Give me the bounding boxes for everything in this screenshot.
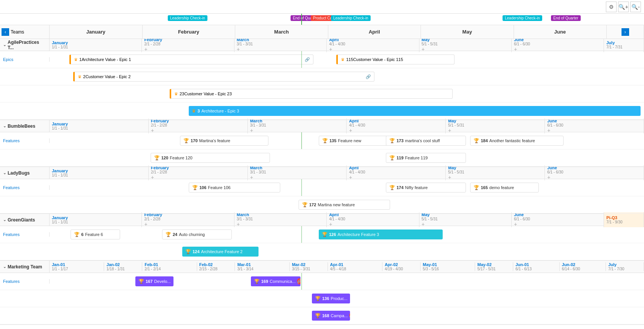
header-month-may: May: [421, 25, 514, 39]
bumblebees-months: January1/1 - 1/31 February2/1 - 2/28+ Ma…: [50, 119, 644, 133]
feat-bar-169[interactable]: 🏆 169 Communica... 🔗: [251, 276, 300, 286]
feat-bar-24[interactable]: 🏆 24 Auto churning: [162, 229, 232, 239]
zoom-out-button[interactable]: 🔍-: [630, 2, 641, 12]
epics-row-1: Epics ♛ 1 Architecture Value - Epic 1 🔗 …: [0, 51, 644, 68]
team-label-marketing: ⌄ Marketing Team: [0, 261, 50, 273]
epic-bar-115[interactable]: ♛ 115 Customer Value - Epic 115: [336, 55, 454, 64]
lb-month-feb: February2/1 - 2/28+: [149, 165, 248, 180]
epic-bar-3[interactable]: ♛ 3 Architecture - Epic 3: [189, 106, 641, 116]
epics-timeline-4: ♛ 3 Architecture - Epic 3: [50, 103, 644, 119]
chevron-down-icon[interactable]: ⌄: [3, 43, 6, 47]
bb-month-jan: January1/1 - 1/31: [50, 119, 149, 133]
trophy-24: 🏆: [165, 232, 171, 237]
bb-features-timeline-2: 🏆 120 Feature 120 🏆 119 Feature 119: [50, 149, 644, 166]
feat-bar-136[interactable]: 🏆 136 Produc...: [312, 294, 350, 303]
link-icon-168[interactable]: 🔗: [349, 313, 350, 319]
settings-button[interactable]: ⚙: [606, 2, 617, 12]
today-line-epics1: [301, 51, 302, 68]
agilepractices-month-jul: July 7/1 - 7/31: [604, 37, 644, 52]
team-header-agilepractices: ⌄ AgilePractices T... January 1/1 - 1/31…: [0, 39, 644, 51]
epics-timeline-2: ♛ 2 Customer Value - Epic 2 🔗: [50, 68, 644, 85]
lb-month-jun: June6/1 - 6/30+: [545, 165, 644, 180]
team-label-ladybugs: ⌄ LadyBugs: [0, 167, 50, 179]
feat-bar-172[interactable]: 🏆 172 Martina new feature: [299, 200, 390, 210]
epics-label: Epics: [0, 57, 50, 62]
link-icon-1[interactable]: 🔗: [305, 57, 310, 62]
trophy-184: 🏆: [474, 138, 479, 143]
nav-right-button[interactable]: ›: [622, 28, 629, 36]
epics-row-3: ♛ 23 Customer Value - Epic 23: [0, 85, 644, 103]
chevron-down-icon-gg[interactable]: ⌄: [3, 218, 6, 222]
gg-features-row-2: 🏆 124 Architecture Feature 2: [0, 243, 644, 260]
lb-month-mar: March3/1 - 3/31+: [248, 165, 347, 180]
epic-bar-1[interactable]: ♛ 1 Architecture Value - Epic 1 🔗: [69, 55, 313, 64]
crown-icon: ♛: [74, 57, 78, 62]
crown-icon-115: ♛: [341, 57, 345, 62]
feat-bar-168[interactable]: 🏆 168 Campa... 🔗: [312, 311, 350, 321]
feat-bar-126[interactable]: 🏆 126 Architecture Feature 3: [319, 229, 443, 239]
header-month-jun: June: [514, 25, 607, 39]
mkt-features-label: Features: [0, 279, 50, 284]
marker-end-of-quarter-2: End of Quarter: [551, 15, 581, 21]
feat-bar-167[interactable]: 🏆 167 Develo...: [135, 276, 173, 286]
chevron-down-icon-mkt[interactable]: ⌄: [3, 265, 6, 269]
trophy-119: 🏆: [389, 155, 395, 160]
mkt-features-timeline-2: 🏆 136 Produc...: [50, 290, 644, 307]
feat-bar-120[interactable]: 🏆 120 Feature 120: [151, 153, 270, 163]
trophy-126: 🏆: [322, 232, 328, 237]
agilepractices-month-feb: February 2/1 - 2/28 +: [142, 37, 234, 52]
trophy-169: 🏆: [254, 279, 260, 284]
feat-bar-6[interactable]: 🏆 6 Feature 6: [71, 229, 120, 239]
bb-features-label: Features: [0, 138, 50, 143]
mkt-month-mar01: Mar-013/1 - 3/14: [235, 262, 289, 271]
link-icon-169[interactable]: 🔗: [297, 278, 300, 284]
gg-month-jun: June6/1 - 6/30+: [512, 212, 604, 227]
team-header-bumblebees: ⌄ BumbleBees January1/1 - 1/31 February2…: [0, 120, 644, 132]
team-group-greengiants: ⌄ GreenGiants January1/1 - 1/31 February…: [0, 214, 644, 261]
chevron-down-icon-lb[interactable]: ⌄: [3, 171, 6, 175]
feat-bar-173[interactable]: 🏆 173 martina's cool stuff: [386, 136, 466, 146]
agilepractices-month-apr: April 4/1 - 4/30 +: [327, 37, 419, 52]
bb-month-apr: April4/1 - 4/30+: [347, 119, 446, 133]
today-line-mkt1: [301, 273, 302, 290]
mkt-month-may02: May-025/17 - 5/31: [475, 262, 513, 271]
trophy-6: 🏆: [74, 232, 80, 237]
main-area[interactable]: ‹ Teams January February March April May…: [0, 25, 644, 329]
feat-bar-165[interactable]: 🏆 165 demo feature: [470, 183, 539, 193]
team-label-bumblebees: ⌄ BumbleBees: [0, 120, 50, 132]
nav-left-button[interactable]: ‹: [2, 28, 9, 36]
link-icon-2[interactable]: 🔗: [366, 74, 371, 79]
header-label-spacer: ‹ Teams: [0, 25, 50, 39]
feat-bar-174[interactable]: 🏆 174 Nifty feature: [386, 183, 466, 193]
feat-bar-124[interactable]: 🏆 124 Architecture Feature 2: [182, 247, 259, 257]
chevron-down-icon-bb[interactable]: ⌄: [3, 124, 6, 128]
team-group-bumblebees: ⌄ BumbleBees January1/1 - 1/31 February2…: [0, 120, 644, 167]
feat-bar-170[interactable]: 🏆 170 Martina's feature: [180, 136, 268, 146]
gg-features-row-1: Features 🏆 6 Feature 6 🏆 24 Auto churnin…: [0, 226, 644, 243]
gg-month-apr: April4/1 - 4/30+: [327, 212, 419, 227]
agilepractices-month-jun: June 6/1 - 6/30 +: [512, 37, 604, 52]
mkt-month-jan02: Jan-021/18 - 1/31: [104, 262, 142, 271]
team-label-greengiants: ⌄ GreenGiants: [0, 214, 50, 226]
lb-month-may: May5/1 - 5/31+: [446, 165, 545, 180]
epic-bar-2[interactable]: ♛ 2 Customer Value - Epic 2 🔗: [73, 72, 374, 82]
bb-month-may: May5/1 - 5/31+: [446, 119, 545, 133]
mkt-features-row-2: 🏆 136 Produc...: [0, 290, 644, 307]
crown-icon-23: ♛: [174, 91, 178, 96]
bb-features-timeline-1: 🏆 170 Martina's feature 🏆 135 Feature ne…: [50, 132, 644, 149]
feat-bar-184[interactable]: 🏆 184 Another fantastic feature: [470, 136, 564, 146]
feat-bar-106[interactable]: 🏆 106 Feature 106: [189, 183, 280, 193]
zoom-in-button[interactable]: 🔍+: [618, 2, 629, 12]
feat-bar-119[interactable]: 🏆 119 Feature 119: [386, 153, 466, 163]
mkt-features-timeline-1: 🏆 167 Develo... 🏆 169 Communica... 🔗: [50, 273, 644, 290]
trophy-174: 🏆: [389, 185, 395, 190]
epics-row-2: ♛ 2 Customer Value - Epic 2 🔗: [0, 68, 644, 85]
epic-bar-23[interactable]: ♛ 23 Customer Value - Epic 23: [170, 89, 453, 99]
app-container: ⚙ 🔍+ 🔍- Leadership Check-in End of Quart…: [0, 0, 644, 329]
lb-features-row-2: 🏆 172 Martina new feature: [0, 196, 644, 213]
mkt-month-mar02: Mar-023/15 - 3/31: [290, 262, 328, 271]
header-month-mar: March: [235, 25, 328, 39]
epics-timeline-1: ♛ 1 Architecture Value - Epic 1 🔗 ♛ 115 …: [50, 51, 644, 68]
team-name-greengiants: GreenGiants: [8, 217, 35, 223]
gg-month-may: May5/1 - 5/31+: [419, 212, 512, 227]
